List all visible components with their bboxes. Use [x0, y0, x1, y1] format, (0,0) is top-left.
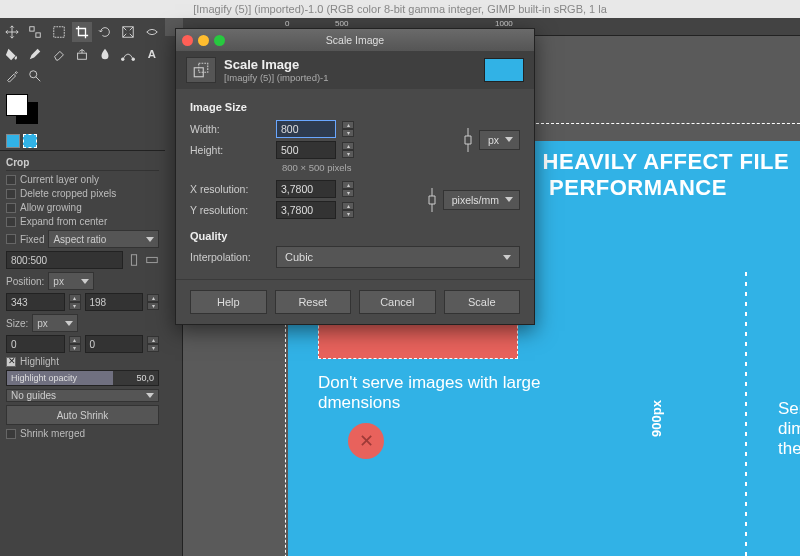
checkbox[interactable]	[6, 217, 16, 227]
svg-rect-3	[77, 53, 86, 59]
checkbox[interactable]	[6, 429, 16, 439]
portrait-icon[interactable]	[127, 253, 141, 267]
spinner[interactable]: ▴▾	[342, 181, 354, 197]
picker-tool-icon[interactable]	[2, 66, 22, 86]
maximize-icon[interactable]	[214, 35, 225, 46]
smudge-tool-icon[interactable]	[95, 44, 115, 64]
chevron-down-icon	[65, 321, 73, 326]
dialog-body: Image Size Width: ▴▾ Height: ▴▾ px 800 ×…	[176, 89, 534, 279]
svg-rect-0	[30, 27, 34, 31]
scale-button[interactable]: Scale	[444, 290, 521, 314]
dialog-button-row: Help Reset Cancel Scale	[176, 279, 534, 324]
height-input[interactable]	[276, 141, 336, 159]
opt-expand-center: Expand from center	[20, 216, 107, 227]
pencil-tool-icon[interactable]	[25, 44, 45, 64]
spinner[interactable]: ▴▾	[69, 336, 81, 352]
pos-y-input[interactable]: 198	[85, 293, 144, 311]
eraser-tool-icon[interactable]	[49, 44, 69, 64]
opt-allow-growing: Allow growing	[20, 202, 82, 213]
zoom-tool-icon[interactable]	[25, 66, 45, 86]
interpolation-dropdown[interactable]: Cubic	[276, 246, 520, 268]
section-image-size: Image Size	[190, 101, 520, 113]
aspect-dropdown[interactable]: Aspect ratio	[48, 230, 159, 248]
width-input[interactable]	[276, 120, 336, 138]
reset-button[interactable]: Reset	[275, 290, 352, 314]
bucket-tool-icon[interactable]	[2, 44, 22, 64]
x-badge-icon: ✕	[348, 423, 384, 459]
cancel-button[interactable]: Cancel	[359, 290, 436, 314]
os-title: [Imagify (5)] (imported)-1.0 (RGB color …	[193, 3, 607, 15]
svg-rect-8	[131, 255, 136, 266]
image-thumb-2[interactable]	[23, 134, 37, 148]
path-tool-icon[interactable]	[118, 44, 138, 64]
spinner[interactable]: ▴▾	[342, 142, 354, 158]
rect-select-icon[interactable]	[49, 22, 69, 42]
res-unit-dropdown[interactable]: pixels/mm	[443, 190, 520, 210]
scale-header-icon	[186, 57, 216, 83]
checkbox[interactable]	[6, 175, 16, 185]
spinner[interactable]: ▴▾	[342, 121, 354, 137]
size-x-input[interactable]: 0	[6, 335, 65, 353]
clone-tool-icon[interactable]	[72, 44, 92, 64]
yres-label: Y resolution:	[190, 204, 270, 216]
shrink-merged-label: Shrink merged	[20, 428, 85, 439]
highlight-checkbox[interactable]: ✕	[6, 357, 16, 367]
auto-shrink-button[interactable]: Auto Shrink	[6, 405, 159, 425]
chevron-down-icon	[505, 197, 513, 202]
opt-delete-cropped: Delete cropped pixels	[20, 188, 116, 199]
pos-unit-dropdown[interactable]: px	[48, 272, 94, 290]
guides-dropdown[interactable]: No guides	[6, 389, 159, 402]
spinner[interactable]: ▴▾	[147, 336, 159, 352]
size-y-input[interactable]: 0	[85, 335, 144, 353]
chevron-down-icon	[146, 237, 154, 242]
size-unit-dropdown[interactable]: px	[32, 314, 78, 332]
help-button[interactable]: Help	[190, 290, 267, 314]
link-chain-icon[interactable]	[461, 124, 475, 156]
svg-point-7	[30, 71, 37, 78]
highlight-opacity-slider[interactable]: Highlight opacity50,0	[6, 370, 159, 386]
os-titlebar: [Imagify (5)] (imported)-1.0 (RGB color …	[0, 0, 800, 18]
right-column: 50 Serve ima dimension the intend	[778, 331, 800, 459]
interp-label: Interpolation:	[190, 251, 270, 263]
size-hint: 800 × 500 pixels	[282, 162, 520, 173]
dialog-titlebar[interactable]: Scale Image	[176, 29, 534, 51]
select-tool-icon[interactable]	[142, 22, 162, 42]
checkbox[interactable]	[6, 203, 16, 213]
spinner[interactable]: ▴▾	[342, 202, 354, 218]
checkbox[interactable]	[6, 189, 16, 199]
spinner[interactable]: ▴▾	[69, 294, 81, 310]
section-quality: Quality	[190, 230, 520, 242]
dialog-header: Scale Image [Imagify (5)] (imported)-1	[176, 51, 534, 89]
yres-input[interactable]	[276, 201, 336, 219]
caption-left: Don't serve images with large dmensions	[318, 373, 598, 413]
fixed-label: Fixed	[20, 234, 44, 245]
tool-grid: A	[0, 18, 165, 90]
aspect-value-input[interactable]: 800:500	[6, 251, 123, 269]
dotted-divider	[744, 269, 748, 556]
color-swatches	[0, 90, 165, 128]
minimize-icon[interactable]	[198, 35, 209, 46]
crop-tool-icon[interactable]	[72, 22, 92, 42]
warp-tool-icon[interactable]	[118, 22, 138, 42]
scale-image-dialog: Scale Image Scale Image [Imagify (5)] (i…	[175, 28, 535, 325]
image-thumb[interactable]	[6, 134, 20, 148]
xres-input[interactable]	[276, 180, 336, 198]
text-tool-icon[interactable]: A	[142, 44, 162, 64]
size-unit-dropdown[interactable]: px	[479, 130, 520, 150]
position-label: Position:	[6, 276, 44, 287]
align-tool-icon[interactable]	[25, 22, 45, 42]
fixed-checkbox[interactable]	[6, 234, 16, 244]
close-icon[interactable]	[182, 35, 193, 46]
landscape-icon[interactable]	[145, 253, 159, 267]
move-tool-icon[interactable]	[2, 22, 22, 42]
chevron-down-icon	[146, 393, 154, 398]
spinner[interactable]: ▴▾	[147, 294, 159, 310]
fg-bg-swatch[interactable]	[6, 94, 42, 124]
pos-x-input[interactable]: 343	[6, 293, 65, 311]
link-chain-icon[interactable]	[425, 184, 439, 216]
rotate-tool-icon[interactable]	[95, 22, 115, 42]
toolbox: A Crop Current layer only Delete cropped…	[0, 18, 165, 556]
chevron-down-icon	[505, 137, 513, 142]
svg-rect-1	[36, 33, 40, 37]
dialog-header-sub: [Imagify (5)] (imported)-1	[224, 72, 329, 83]
